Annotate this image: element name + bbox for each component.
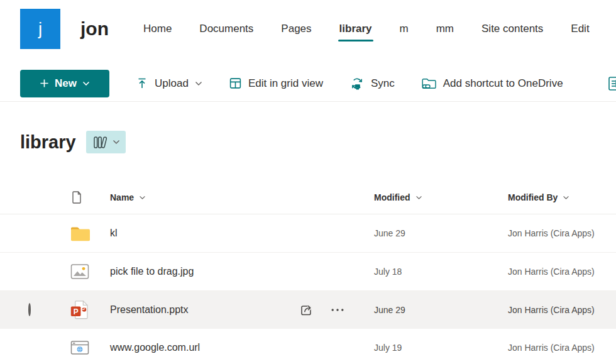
site-header: j jon Home Documents Pages library m mm … (0, 0, 616, 58)
nav-item-pages[interactable]: Pages (281, 23, 311, 35)
nav-item-m[interactable]: m (400, 23, 409, 35)
modified-date: June 29 (374, 305, 405, 315)
modified-by[interactable]: Jon Harris (Cira Apps) (508, 305, 595, 315)
view-selector-button[interactable] (86, 131, 126, 153)
chevron-down-icon (82, 81, 90, 86)
share-icon[interactable] (299, 302, 315, 318)
chevron-down-icon (415, 196, 422, 200)
modified-date: June 29 (374, 228, 405, 238)
table-row-folder-kl[interactable]: kl June 29 Jon Harris (Cira Apps) (0, 214, 616, 253)
modified-by[interactable]: Jon Harris (Cira Apps) (508, 343, 595, 353)
nav-item-library[interactable]: library (339, 23, 372, 35)
nav-item-mm[interactable]: mm (436, 23, 454, 35)
folder-icon (69, 225, 92, 241)
add-shortcut-onedrive-label: Add shortcut to OneDrive (443, 77, 563, 90)
svg-text:P: P (74, 307, 79, 316)
column-header-modified[interactable]: Modified (374, 192, 422, 202)
folder-link-icon (421, 77, 437, 90)
sync-button[interactable]: Sync (349, 77, 395, 91)
file-name[interactable]: pick file to drag.jpg (110, 266, 194, 277)
new-button[interactable]: New (20, 70, 109, 97)
modified-by[interactable]: Jon Harris (Cira Apps) (508, 228, 595, 238)
file-list-header: Name Modified Modified By (0, 181, 616, 214)
row-select-radio[interactable] (28, 304, 31, 316)
site-logo-letter: j (38, 19, 42, 39)
sync-icon (349, 77, 365, 91)
image-file-icon (70, 263, 89, 280)
upload-icon (136, 77, 148, 90)
nav-item-home[interactable]: Home (143, 23, 172, 35)
file-name[interactable]: www.google.com.url (110, 342, 200, 353)
grid-view-icon (229, 77, 242, 90)
file-name[interactable]: Presentation.pptx (110, 304, 189, 316)
nav-item-documents[interactable]: Documents (199, 23, 253, 35)
file-list: Name Modified Modified By kl June 29 Jon… (0, 181, 616, 364)
chevron-down-icon (195, 81, 202, 86)
more-actions-icon[interactable] (331, 309, 344, 312)
plus-icon (40, 79, 49, 88)
column-header-modified-by[interactable]: Modified By (508, 192, 569, 202)
new-button-label: New (55, 77, 77, 90)
table-row-presentation[interactable]: P Presentation.pptx June 29 Jon Harris (… (0, 291, 616, 329)
modified-date: July 19 (374, 343, 402, 353)
powerpoint-file-icon: P (70, 300, 91, 321)
sync-label: Sync (371, 77, 395, 90)
upload-button[interactable]: Upload (136, 77, 202, 90)
app: { "site": { "logo_letter": "j", "title":… (0, 0, 616, 364)
site-nav: Home Documents Pages library m mm Site c… (143, 23, 590, 35)
page-title: library (20, 132, 76, 153)
command-bar: New Upload Edit in grid view (0, 65, 616, 102)
upload-label: Upload (155, 77, 189, 90)
nav-item-site-contents[interactable]: Site contents (481, 23, 543, 35)
modified-date: July 18 (374, 267, 402, 277)
export-icon[interactable] (608, 76, 616, 91)
page-title-row: library (20, 130, 616, 155)
site-title[interactable]: jon (80, 18, 109, 40)
nav-item-edit[interactable]: Edit (571, 23, 589, 35)
chevron-down-icon (563, 196, 569, 200)
library-books-icon (92, 136, 109, 149)
edit-grid-view-button[interactable]: Edit in grid view (229, 77, 323, 90)
column-header-name[interactable]: Name (110, 192, 146, 202)
url-file-icon (70, 340, 89, 355)
document-icon (71, 190, 82, 204)
modified-by[interactable]: Jon Harris (Cira Apps) (508, 267, 595, 277)
chevron-down-icon (113, 140, 120, 145)
table-row-image-file[interactable]: pick file to drag.jpg July 18 Jon Harris… (0, 253, 616, 291)
site-logo[interactable]: j (20, 9, 60, 49)
chevron-down-icon (139, 196, 146, 200)
column-header-filetype[interactable] (71, 190, 82, 204)
file-name[interactable]: kl (110, 228, 118, 239)
edit-grid-view-label: Edit in grid view (248, 77, 323, 90)
table-row-url-file[interactable]: www.google.com.url July 19 Jon Harris (C… (0, 329, 616, 364)
add-shortcut-onedrive-button[interactable]: Add shortcut to OneDrive (421, 77, 563, 90)
